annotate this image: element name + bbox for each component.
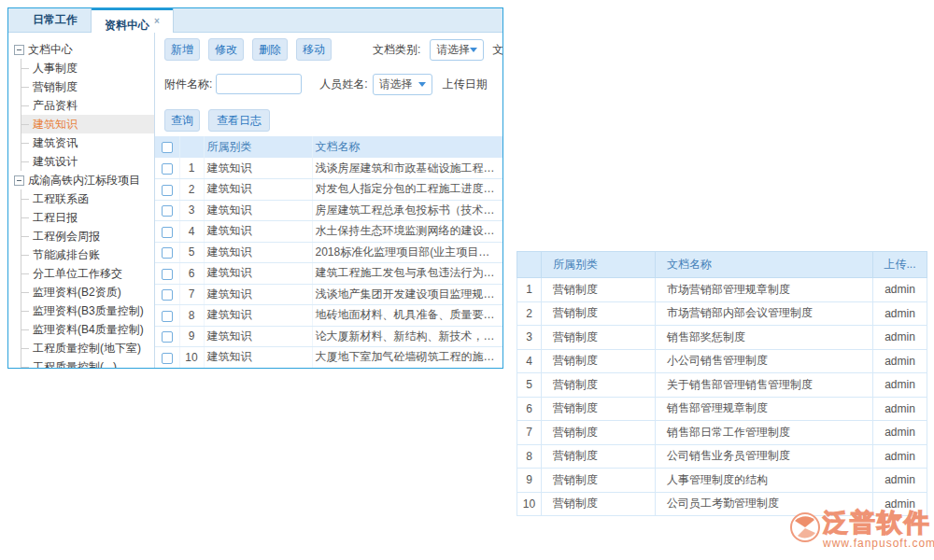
- col-category[interactable]: 所属别类: [204, 136, 312, 158]
- row-checkbox[interactable]: [162, 311, 173, 322]
- table-row[interactable]: 4营销制度小公司销售管理制度admin: [517, 349, 927, 373]
- table-row[interactable]: 5建筑知识2018标准化监理项目部(业主项目部)人员...: [155, 242, 502, 263]
- tree-item[interactable]: 建筑设计: [21, 152, 154, 171]
- tree-item-label: 工程例会周报: [33, 229, 100, 245]
- table-row[interactable]: 3建筑知识房屋建筑工程总承包投标书（技术标）...: [155, 200, 502, 221]
- tab-daily-work[interactable]: 日常工作: [20, 7, 91, 32]
- cell-name: 大厦地下室加气砼墙砌筑工程的施工方...: [312, 347, 502, 369]
- row-checkbox[interactable]: [162, 269, 173, 280]
- row-checkbox[interactable]: [162, 163, 173, 175]
- table-row[interactable]: 7营销制度销售部日常工作管理制度admin: [517, 421, 927, 445]
- tree-item[interactable]: 监理资料(B4质量控制): [21, 320, 154, 339]
- cell-uploader: admin: [873, 278, 927, 302]
- doc-type-select[interactable]: 请选择: [430, 39, 484, 61]
- tree-item-label: 工程日报: [33, 210, 78, 226]
- edit-button[interactable]: 修改: [208, 38, 244, 61]
- cell-uploader: admin: [873, 469, 927, 493]
- table-row[interactable]: 2建筑知识对发包人指定分包的工程施工进度安排...: [155, 179, 502, 201]
- row-checkbox[interactable]: [162, 185, 173, 196]
- table-row[interactable]: 1建筑知识浅谈房屋建筑和市政基础设施工程施工...: [155, 158, 502, 179]
- chevron-down-icon: [470, 48, 477, 52]
- table-row[interactable]: 5营销制度关于销售部管理销售管理制度admin: [517, 373, 927, 398]
- table-row[interactable]: 9营销制度人事管理制度的结构admin: [517, 469, 927, 493]
- query-button[interactable]: 查询: [164, 109, 200, 132]
- view-log-button[interactable]: 查看日志: [208, 109, 270, 132]
- table-body: 1建筑知识浅谈房屋建筑和市政基础设施工程施工...2建筑知识对发包人指定分包的工…: [155, 158, 502, 368]
- cell-category: 建筑知识: [204, 200, 312, 221]
- attachment-name-input[interactable]: [216, 74, 302, 94]
- tree-item[interactable]: 工程例会周报: [21, 227, 154, 245]
- table-row[interactable]: 3营销制度销售部奖惩制度admin: [517, 326, 927, 350]
- tree-root-doc-center[interactable]: 文档中心: [8, 40, 154, 59]
- tree-item[interactable]: 工程质量控制(...): [21, 357, 154, 368]
- table-row[interactable]: 7建筑知识浅谈地产集团开发建设项目监理规划编...: [155, 284, 502, 305]
- tree-children-doc-center: 人事制度营销制度产品资料建筑知识建筑资讯建筑设计: [21, 59, 154, 171]
- table-row[interactable]: 8营销制度公司销售业务员管理制度admin: [517, 444, 927, 469]
- cell-n: 10: [517, 492, 542, 516]
- cell-n: 4: [517, 349, 542, 373]
- table-row[interactable]: 8建筑知识地砖地面材料、机具准备、质量要求及...: [155, 305, 502, 327]
- tree-item-label: 分工单位工作移交: [33, 266, 122, 282]
- sidebar-tree: 文档中心 人事制度营销制度产品资料建筑知识建筑资讯建筑设计 成渝高铁内江标段项目…: [8, 33, 155, 368]
- tree-item[interactable]: 建筑知识: [21, 115, 154, 133]
- close-tab-icon[interactable]: ×: [154, 16, 160, 26]
- col-uploader[interactable]: 上传...: [873, 252, 927, 278]
- toolbar-row: 新增 修改 删除 移动 文档类别: 请选择 文档名称: [155, 38, 502, 61]
- tree-root-project[interactable]: 成渝高铁内江标段项目: [8, 171, 154, 189]
- tree-children-project: 工程联系函工程日报工程例会周报节能减排台账分工单位工作移交监理资料(B2资质)监…: [21, 189, 154, 368]
- add-button[interactable]: 新增: [164, 38, 200, 61]
- cell-n: 8: [517, 444, 542, 469]
- cell-uploader: admin: [873, 421, 927, 445]
- tree-item[interactable]: 工程日报: [21, 208, 154, 227]
- table-row[interactable]: 6营销制度销售部管理规章制度admin: [517, 397, 927, 421]
- move-button[interactable]: 移动: [296, 38, 332, 61]
- cell-n: 4: [179, 221, 204, 243]
- tree-item[interactable]: 工程联系函: [21, 189, 154, 208]
- tree-item[interactable]: 建筑资讯: [21, 133, 154, 152]
- tree-connector: [21, 292, 29, 293]
- tree-connector: [21, 68, 29, 69]
- select-all-checkbox[interactable]: [162, 142, 173, 153]
- cell-category: 建筑知识: [204, 347, 312, 369]
- row-checkbox[interactable]: [162, 289, 173, 301]
- tree-item[interactable]: 节能减排台账: [21, 245, 154, 264]
- cell-name: 房屋建筑工程总承包投标书（技术标）...: [312, 200, 502, 221]
- table-row[interactable]: 6建筑知识建筑工程施工发包与承包违法行为认定...: [155, 263, 502, 285]
- collapse-icon[interactable]: [14, 45, 24, 55]
- row-checkbox[interactable]: [162, 331, 173, 343]
- tree-item[interactable]: 分工单位工作移交: [21, 264, 154, 283]
- tree-item[interactable]: 人事制度: [21, 59, 154, 77]
- person-select[interactable]: 请选择: [373, 74, 432, 95]
- cell-name: 关于销售部管理销售管理制度: [656, 373, 873, 398]
- table-row[interactable]: 2营销制度市场营销部内部会议管理制度admin: [517, 301, 927, 326]
- cell-uploader: admin: [873, 397, 927, 421]
- row-checkbox[interactable]: [162, 227, 173, 238]
- table-row[interactable]: 9建筑知识论大厦新材料、新结构、新技术，新工...: [155, 326, 502, 347]
- table-row[interactable]: 1营销制度市场营销部管理规章制度admin: [517, 278, 927, 302]
- tree-item[interactable]: 产品资料: [21, 96, 154, 115]
- table-row[interactable]: 10建筑知识大厦地下室加气砼墙砌筑工程的施工方...: [155, 347, 502, 369]
- table-row[interactable]: 4建筑知识水土保持生态环境监测网络的建设与资...: [155, 221, 502, 243]
- tree-connector: [21, 105, 29, 106]
- row-checkbox[interactable]: [162, 247, 173, 259]
- row-checkbox[interactable]: [162, 205, 173, 217]
- tree-item[interactable]: 监理资料(B3质量控制): [21, 301, 154, 320]
- col-category[interactable]: 所属别类: [542, 252, 656, 278]
- tree-connector: [21, 367, 29, 368]
- cell-category: 建筑知识: [204, 326, 312, 347]
- secondary-results-panel: 所属别类 文档名称 上传... 1营销制度市场营销部管理规章制度admin2营销…: [517, 251, 928, 517]
- col-docname[interactable]: 文档名称: [312, 136, 502, 158]
- col-docname[interactable]: 文档名称: [656, 252, 873, 278]
- tree-item-label: 工程质量控制(...): [33, 359, 117, 369]
- tree-item[interactable]: 营销制度: [21, 77, 154, 96]
- collapse-icon[interactable]: [14, 175, 24, 186]
- marketing-docs-table: 所属别类 文档名称 上传... 1营销制度市场营销部管理规章制度admin2营销…: [517, 251, 927, 516]
- tree-item[interactable]: 工程质量控制(地下室): [21, 339, 154, 357]
- cell-name: 论大厦新材料、新结构、新技术，新工...: [312, 326, 502, 347]
- tab-data-center[interactable]: 资料中心×: [91, 8, 174, 33]
- tree-item-label: 监理资料(B3质量控制): [33, 303, 144, 319]
- delete-button[interactable]: 删除: [252, 38, 288, 61]
- tree-item[interactable]: 监理资料(B2资质): [21, 283, 154, 301]
- cell-checkbox: [155, 242, 179, 263]
- row-checkbox[interactable]: [162, 353, 173, 364]
